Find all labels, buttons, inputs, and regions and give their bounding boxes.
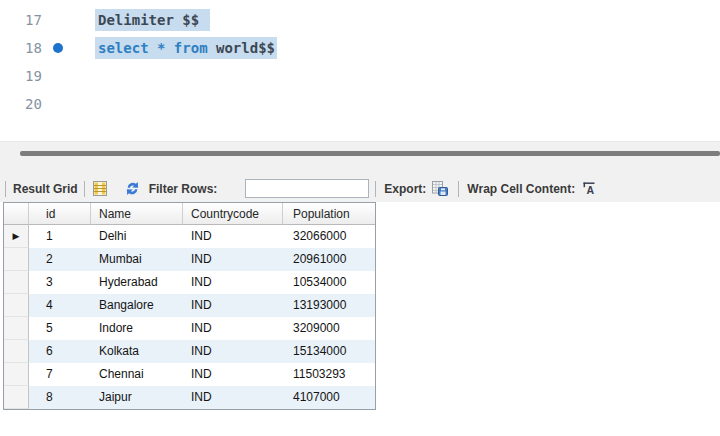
toolbar-separator <box>84 181 85 197</box>
cell-name[interactable]: Kolkata <box>91 340 183 363</box>
table-row[interactable]: 5 Indore IND 3209000 <box>4 317 375 340</box>
cell-name[interactable]: Delhi <box>91 225 183 248</box>
grid-view-icon[interactable] <box>92 180 108 197</box>
cell-id[interactable]: 2 <box>29 248 91 271</box>
cell-countrycode[interactable]: IND <box>183 340 283 363</box>
export-label: Export: <box>384 182 426 196</box>
cell-countrycode[interactable]: IND <box>183 248 283 271</box>
row-selector-cell[interactable] <box>4 340 29 363</box>
table-row[interactable]: 3 Hyderabad IND 10534000 <box>4 271 375 294</box>
line-number: 20 <box>25 96 42 112</box>
cell-id[interactable]: 4 <box>29 294 91 317</box>
gutter-marker-area <box>42 43 95 53</box>
sql-text: Delimiter $$ <box>98 12 199 28</box>
line-number: 17 <box>25 12 42 28</box>
export-recordset-icon[interactable] <box>431 180 449 197</box>
cell-countrycode[interactable]: IND <box>183 225 283 248</box>
cell-population[interactable]: 20961000 <box>283 248 375 271</box>
refresh-icon[interactable] <box>124 180 141 197</box>
svg-text:A: A <box>587 184 595 196</box>
toolbar-separator <box>375 181 376 197</box>
column-header-population[interactable]: Population <box>283 203 375 225</box>
cell-name[interactable]: Chennai <box>91 363 183 386</box>
column-header-name[interactable]: Name <box>91 203 183 225</box>
row-selector-cell[interactable] <box>4 363 29 386</box>
table-row[interactable]: 4 Bangalore IND 13193000 <box>4 294 375 317</box>
grid-header-row: id Name Countrycode Population <box>4 203 375 225</box>
column-header-countrycode[interactable]: Countrycode <box>183 203 283 225</box>
cell-population[interactable]: 4107000 <box>283 386 375 409</box>
selected-code[interactable]: select * from world$$ <box>95 37 277 59</box>
cell-id[interactable]: 5 <box>29 317 91 340</box>
editor-line-20[interactable]: 20 <box>0 90 720 118</box>
editor-line-18[interactable]: 18 select * from world$$ <box>0 34 720 62</box>
cell-population[interactable]: 3209000 <box>283 317 375 340</box>
result-grid-tab-label[interactable]: Result Grid <box>13 182 78 196</box>
toolbar-separator <box>458 181 459 197</box>
table-row[interactable]: ▶ 1 Delhi IND 32066000 <box>4 225 375 248</box>
cell-name[interactable]: Jaipur <box>91 386 183 409</box>
sql-keyword: select * from <box>98 40 216 56</box>
editor-line-17[interactable]: 17 Delimiter $$ <box>0 6 720 34</box>
cell-population[interactable]: 15134000 <box>283 340 375 363</box>
row-selector-cell[interactable] <box>4 271 29 294</box>
cell-name[interactable]: Mumbai <box>91 248 183 271</box>
statement-marker-icon <box>53 43 63 53</box>
row-selector-cell[interactable] <box>4 294 29 317</box>
cell-name[interactable]: Hyderabad <box>91 271 183 294</box>
line-number: 18 <box>25 40 42 56</box>
line-number: 19 <box>25 68 42 84</box>
filter-rows-label: Filter Rows: <box>149 182 218 196</box>
cell-id[interactable]: 7 <box>29 363 91 386</box>
cell-countrycode[interactable]: IND <box>183 363 283 386</box>
cell-id[interactable]: 6 <box>29 340 91 363</box>
row-selector-header[interactable] <box>4 203 29 225</box>
results-panel-header: Result Grid Filter Rows: Export: <box>0 141 720 202</box>
filter-rows-input[interactable] <box>245 179 369 198</box>
cell-population[interactable]: 11503293 <box>283 363 375 386</box>
toolbar-separator <box>5 181 6 197</box>
editor-line-19[interactable]: 19 <box>0 62 720 90</box>
table-row[interactable]: 7 Chennai IND 11503293 <box>4 363 375 386</box>
table-row[interactable]: 6 Kolkata IND 15134000 <box>4 340 375 363</box>
table-row[interactable]: 8 Jaipur IND 4107000 <box>4 386 375 409</box>
wrap-cell-content-label: Wrap Cell Content: <box>467 182 575 196</box>
cell-countrycode[interactable]: IND <box>183 317 283 340</box>
cell-population[interactable]: 10534000 <box>283 271 375 294</box>
row-selector-cell[interactable]: ▶ <box>4 225 29 248</box>
row-selector-cell[interactable] <box>4 386 29 409</box>
sql-text: world$$ <box>216 40 275 56</box>
selected-code[interactable]: Delimiter $$ <box>95 9 210 31</box>
table-row[interactable]: 2 Mumbai IND 20961000 <box>4 248 375 271</box>
cell-name[interactable]: Indore <box>91 317 183 340</box>
result-grid-table: id Name Countrycode Population ▶ 1 Delhi… <box>3 202 376 410</box>
current-row-arrow-icon: ▶ <box>13 232 20 241</box>
cell-name[interactable]: Bangalore <box>91 294 183 317</box>
row-selector-cell[interactable] <box>4 317 29 340</box>
cell-countrycode[interactable]: IND <box>183 294 283 317</box>
cell-id[interactable]: 3 <box>29 271 91 294</box>
result-grid-toolbar: Result Grid Filter Rows: Export: <box>0 175 720 202</box>
wrap-cell-content-icon[interactable]: A <box>582 181 597 196</box>
cell-id[interactable]: 1 <box>29 225 91 248</box>
cell-population[interactable]: 13193000 <box>283 294 375 317</box>
cell-population[interactable]: 32066000 <box>283 225 375 248</box>
panel-splitter-handle[interactable] <box>20 151 720 156</box>
row-selector-cell[interactable] <box>4 248 29 271</box>
cell-countrycode[interactable]: IND <box>183 271 283 294</box>
column-header-id[interactable]: id <box>29 203 91 225</box>
cell-id[interactable]: 8 <box>29 386 91 409</box>
sql-editor[interactable]: 17 Delimiter $$ 18 select * from world$$… <box>0 0 720 141</box>
cell-countrycode[interactable]: IND <box>183 386 283 409</box>
